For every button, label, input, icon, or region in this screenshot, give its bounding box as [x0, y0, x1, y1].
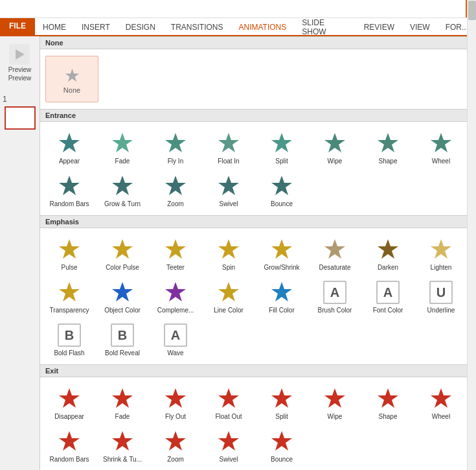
svg-marker-16	[165, 239, 186, 259]
anim-name-exit-fly-out: Fly Out	[165, 413, 186, 421]
anim-item-bold-flash[interactable]: B Bold Flash	[43, 318, 96, 360]
tab-insert[interactable]: INSERT	[74, 19, 118, 36]
svg-marker-25	[218, 282, 239, 301]
tab-animations[interactable]: ANIMATIONS	[231, 19, 294, 36]
scrollbar-track[interactable]	[467, 0, 476, 470]
anim-name-underline: Underline	[427, 307, 455, 314]
anim-icon-exit-swivel	[216, 429, 242, 454]
anim-name-grow-turn: Grow & Turn	[104, 200, 141, 208]
anim-item-exit-bounce[interactable]: Bounce	[255, 424, 308, 467]
anim-item-wipe[interactable]: Wipe	[308, 126, 361, 169]
anim-item-exit-fly-out[interactable]: Fly Out	[149, 381, 202, 424]
anim-item-darken[interactable]: Darken	[361, 232, 414, 275]
animation-panel: None★NoneEntrance Appear Fade Fly In	[40, 36, 476, 470]
anim-item-lighten[interactable]: Lighten	[414, 232, 468, 275]
tab-view[interactable]: VIEW	[402, 19, 438, 36]
anim-icon-exit-wipe	[322, 386, 348, 412]
anim-name-grow-shrink: Grow/Shrink	[264, 264, 299, 272]
anim-item-bounce[interactable]: Bounce	[255, 169, 308, 211]
anim-icon-pulse	[56, 237, 82, 263]
anim-item-underline[interactable]: U Underline	[414, 275, 468, 318]
anim-item-transparency[interactable]: Transparency	[43, 275, 96, 318]
anim-name-desaturate: Desaturate	[319, 264, 351, 272]
svg-marker-17	[218, 239, 239, 259]
anim-item-split[interactable]: Split	[255, 126, 308, 169]
anim-icon-float-in	[216, 130, 242, 156]
anim-item-appear[interactable]: Appear	[43, 126, 96, 169]
slide-number: 1	[0, 95, 7, 104]
svg-marker-26	[271, 282, 292, 301]
anim-item-fly-in[interactable]: Fly In	[149, 126, 202, 169]
anim-item-exit-swivel[interactable]: Swivel	[202, 424, 255, 467]
anim-icon-bounce	[269, 173, 295, 199]
svg-marker-15	[112, 239, 133, 259]
anim-item-complement[interactable]: Compleme...	[149, 275, 202, 318]
anim-item-exit-zoom[interactable]: Zoom	[149, 424, 202, 467]
anim-name-transparency: Transparency	[50, 307, 89, 314]
anim-name-darken: Darken	[378, 264, 398, 272]
anim-name-exit-random-bars: Random Bars	[49, 456, 89, 464]
anim-item-exit-wipe[interactable]: Wipe	[308, 381, 361, 424]
anim-item-grow-shrink[interactable]: Grow/Shrink	[255, 232, 308, 275]
anim-name-appear: Appear	[59, 158, 80, 165]
none-label: None	[63, 86, 80, 94]
anim-icon-line-color	[216, 279, 242, 305]
anim-item-desaturate[interactable]: Desaturate	[308, 232, 361, 275]
tab-review[interactable]: REVIEW	[356, 19, 402, 36]
emphasis-section-grid: Pulse Color Pulse Teeter Spin	[40, 228, 476, 364]
anim-item-pulse[interactable]: Pulse	[43, 232, 96, 275]
anim-item-exit-disappear[interactable]: Disappear	[43, 381, 96, 424]
anim-item-exit-shape[interactable]: Shape	[361, 381, 414, 424]
anim-name-spin: Spin	[222, 264, 235, 272]
anim-item-brush-color[interactable]: A Brush Color	[308, 275, 361, 318]
anim-item-line-color[interactable]: Line Color	[202, 275, 255, 318]
anim-item-shape[interactable]: Shape	[361, 126, 414, 169]
anim-item-random-bars[interactable]: Random Bars	[43, 169, 96, 211]
ribbon-tabs: FILE HOME INSERT DESIGN TRANSITIONS ANIM…	[0, 18, 476, 36]
tab-slideshow[interactable]: SLIDE SHOW	[294, 19, 356, 36]
anim-item-exit-fade[interactable]: Fade	[96, 381, 149, 424]
anim-icon-exit-disappear	[56, 386, 82, 412]
anim-name-color-pulse: Color Pulse	[106, 264, 139, 272]
anim-item-spin[interactable]: Spin	[202, 232, 255, 275]
anim-name-bounce: Bounce	[271, 200, 293, 208]
anim-item-color-pulse[interactable]: Color Pulse	[96, 232, 149, 275]
anim-item-fill-color[interactable]: Fill Color	[255, 275, 308, 318]
anim-name-swivel: Swivel	[220, 200, 238, 208]
tab-design[interactable]: DESIGN	[118, 19, 163, 36]
anim-item-bold-reveal[interactable]: B Bold Reveal	[96, 318, 149, 360]
anim-item-fade[interactable]: Fade	[96, 126, 149, 169]
preview-label: Preview	[8, 66, 32, 73]
svg-marker-13	[271, 176, 292, 195]
anim-item-exit-split[interactable]: Split	[255, 381, 308, 424]
anim-item-float-in[interactable]: Float In	[202, 126, 255, 169]
preview-button[interactable]: Preview Preview	[6, 41, 34, 84]
tab-home[interactable]: HOME	[35, 19, 74, 36]
anim-item-wheel[interactable]: Wheel	[414, 126, 468, 169]
anim-item-exit-shrink-turn[interactable]: Shrink & Tu...	[96, 424, 149, 467]
anim-item-zoom[interactable]: Zoom	[149, 169, 202, 211]
anim-item-object-color[interactable]: Object Color	[96, 275, 149, 318]
anim-item-wave[interactable]: A Wave	[149, 318, 202, 360]
tab-transitions[interactable]: TRANSITIONS	[163, 19, 231, 36]
anim-icon-wipe	[322, 130, 348, 156]
anim-item-exit-wheel[interactable]: Wheel	[414, 381, 468, 424]
anim-icon-exit-split	[269, 386, 295, 412]
anim-item-exit-random-bars[interactable]: Random Bars	[43, 424, 96, 467]
anim-none[interactable]: ★None	[45, 56, 98, 102]
anim-icon-exit-shape	[375, 386, 401, 412]
svg-marker-31	[271, 388, 292, 408]
anim-name-float-in: Float In	[218, 158, 239, 165]
tab-file[interactable]: FILE	[0, 17, 35, 35]
svg-marker-4	[218, 133, 239, 152]
preview-icon	[9, 44, 30, 65]
anim-name-exit-wheel: Wheel	[432, 413, 450, 421]
scrollbar-thumb[interactable]	[468, 1, 476, 20]
anim-item-exit-float-out[interactable]: Float Out	[202, 381, 255, 424]
anim-item-swivel[interactable]: Swivel	[202, 169, 255, 211]
anim-item-font-color[interactable]: A Font Color	[361, 275, 414, 318]
anim-item-teeter[interactable]: Teeter	[149, 232, 202, 275]
anim-item-grow-turn[interactable]: Grow & Turn	[96, 169, 149, 211]
anim-name-exit-shrink-turn: Shrink & Tu...	[103, 456, 142, 464]
anim-icon-underline: U	[428, 279, 454, 305]
